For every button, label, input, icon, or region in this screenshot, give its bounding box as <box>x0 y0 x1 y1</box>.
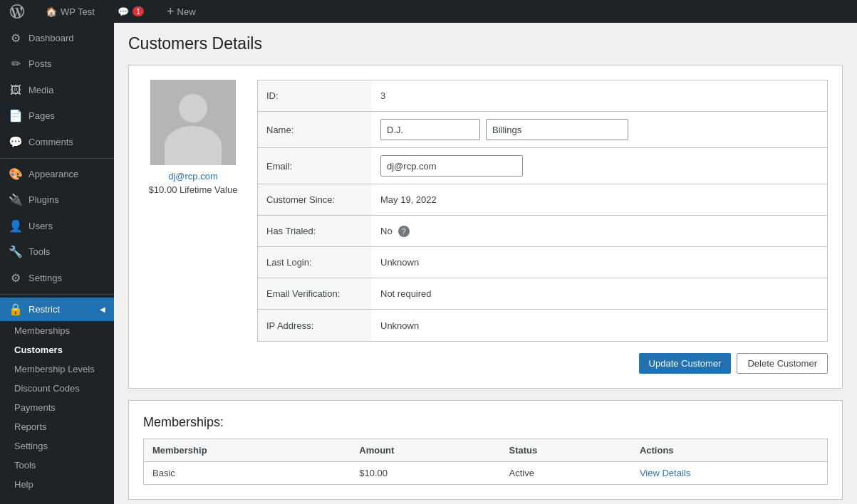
email-input[interactable] <box>380 155 523 177</box>
sidebar-label-comments: Comments <box>28 136 73 149</box>
sidebar-item-tools[interactable]: 🔧 Tools <box>0 239 114 265</box>
sidebar-label-plugins: Plugins <box>28 194 59 206</box>
adminbar-comments[interactable]: 💬 1 <box>112 0 150 23</box>
sidebar-label-tools: Tools <box>28 246 50 258</box>
submenu-item-discount-codes[interactable]: Discount Codes <box>0 379 114 398</box>
id-label: ID: <box>258 80 372 111</box>
name-value <box>372 112 827 147</box>
sidebar-label-settings: Settings <box>28 272 62 285</box>
action-buttons: Update Customer Delete Customer <box>143 353 828 374</box>
detail-row-name: Name: <box>258 112 827 148</box>
memberships-title: Memberships: <box>143 415 828 430</box>
sidebar-separator-2 <box>0 294 114 295</box>
main-content: Customers Details dj@rcp.com $10.00 Life… <box>114 23 857 504</box>
last-login-label: Last Login: <box>258 247 372 278</box>
customer-since-label: Customer Since: <box>258 184 372 215</box>
customer-detail-card: dj@rcp.com $10.00 Lifetime Value ID: 3 N… <box>128 65 843 389</box>
sidebar-label-media: Media <box>28 84 53 97</box>
submenu-item-memberships[interactable]: Memberships <box>0 321 114 340</box>
detail-row-customer-since: Customer Since: May 19, 2022 <box>258 184 827 216</box>
pages-icon: 📄 <box>9 108 23 124</box>
has-trialed-label: Has Trialed: <box>258 216 372 246</box>
first-name-input[interactable] <box>380 119 480 140</box>
sidebar-item-comments[interactable]: 💬 Comments <box>0 130 114 155</box>
adminbar-new[interactable]: + New <box>161 0 202 23</box>
sidebar-label-users: Users <box>28 220 53 233</box>
sidebar-item-appearance[interactable]: 🎨 Appearance <box>0 162 114 187</box>
admin-bar: 🏠 WP Test 💬 1 + New <box>0 0 857 23</box>
customer-top-section: dj@rcp.com $10.00 Lifetime Value ID: 3 N… <box>143 80 828 342</box>
email-label: Email: <box>258 148 372 184</box>
col-status: Status <box>501 439 631 462</box>
detail-row-ip-address: IP Address: Unknown <box>258 310 827 341</box>
sidebar-item-media[interactable]: 🖼 Media <box>0 78 114 103</box>
name-label: Name: <box>258 112 372 147</box>
adminbar-site[interactable]: 🏠 WP Test <box>40 0 100 23</box>
sidebar-item-pages[interactable]: 📄 Pages <box>0 103 114 129</box>
cell-amount: $10.00 <box>350 462 500 485</box>
sidebar-item-dashboard[interactable]: ⚙ Dashboard <box>0 26 114 51</box>
has-trialed-text: No <box>380 226 393 236</box>
sidebar-item-users[interactable]: 👤 Users <box>0 214 114 239</box>
avatar-email[interactable]: dj@rcp.com <box>168 171 218 182</box>
ip-address-label: IP Address: <box>258 310 372 341</box>
posts-icon: ✏ <box>9 56 23 72</box>
view-details-link[interactable]: View Details <box>640 468 690 478</box>
lock-icon: 🔒 <box>9 303 23 316</box>
adminbar-site-name: WP Test <box>61 6 95 17</box>
customer-since-value: May 19, 2022 <box>372 184 827 215</box>
sidebar-item-restrict[interactable]: 🔒 Restrict ◀ <box>0 298 114 321</box>
sidebar-label-posts: Posts <box>28 58 52 70</box>
detail-row-email: Email: <box>258 148 827 184</box>
submenu-item-help[interactable]: Help <box>0 475 114 494</box>
cell-actions: View Details <box>631 462 828 485</box>
settings-icon: ⚙ <box>9 271 23 286</box>
table-row: Basic $10.00 Active View Details <box>144 462 828 485</box>
submenu-item-membership-levels[interactable]: Membership Levels <box>0 359 114 379</box>
sidebar-label-appearance: Appearance <box>28 168 78 181</box>
wp-logo[interactable] <box>6 0 28 23</box>
cell-membership: Basic <box>144 462 351 485</box>
plus-icon: + <box>167 4 175 19</box>
email-value <box>372 148 827 184</box>
id-value: 3 <box>372 80 827 111</box>
memberships-section: Memberships: Membership Amount Status Ac… <box>128 400 843 500</box>
sidebar: ⚙ Dashboard ✏ Posts 🖼 Media 📄 Pages 💬 Co… <box>0 23 114 504</box>
detail-row-id: ID: 3 <box>258 80 827 112</box>
sidebar-separator-1 <box>0 158 114 159</box>
tools-icon: 🔧 <box>9 244 23 260</box>
appearance-icon: 🎨 <box>9 167 23 182</box>
detail-row-has-trialed: Has Trialed: No ? <box>258 216 827 247</box>
avatar <box>150 80 236 165</box>
cell-status: Active <box>501 462 631 485</box>
adminbar-site-icon: 🏠 <box>46 6 57 17</box>
submenu-item-customers[interactable]: Customers <box>0 340 114 359</box>
sidebar-item-settings[interactable]: ⚙ Settings <box>0 266 114 291</box>
submenu-item-payments[interactable]: Payments <box>0 398 114 417</box>
restrict-submenu: Memberships Customers Membership Levels … <box>0 321 114 494</box>
email-verification-label: Email Verification: <box>258 278 372 309</box>
submenu-item-restrict-settings[interactable]: Settings <box>0 436 114 456</box>
has-trialed-value: No ? <box>372 216 827 246</box>
sidebar-item-posts[interactable]: ✏ Posts <box>0 51 114 77</box>
help-icon[interactable]: ? <box>398 226 410 237</box>
page-title: Customers Details <box>128 34 843 53</box>
comment-count-badge: 1 <box>133 6 144 16</box>
update-customer-button[interactable]: Update Customer <box>639 353 732 374</box>
comments-icon: 💬 <box>9 135 23 150</box>
memberships-table: Membership Amount Status Actions Basic $… <box>143 439 828 485</box>
submenu-item-reports[interactable]: Reports <box>0 417 114 436</box>
delete-customer-button[interactable]: Delete Customer <box>737 353 828 374</box>
last-name-input[interactable] <box>486 119 628 140</box>
sidebar-item-plugins[interactable]: 🔌 Plugins <box>0 187 114 213</box>
plugins-icon: 🔌 <box>9 192 23 208</box>
sidebar-main-nav: ⚙ Dashboard ✏ Posts 🖼 Media 📄 Pages 💬 Co… <box>0 23 114 497</box>
detail-row-email-verification: Email Verification: Not required <box>258 278 827 310</box>
comment-icon: 💬 <box>118 6 129 17</box>
sidebar-label-pages: Pages <box>28 110 55 122</box>
users-icon: 👤 <box>9 219 23 234</box>
submenu-item-restrict-tools[interactable]: Tools <box>0 456 114 475</box>
ip-address-value: Unknown <box>372 310 827 341</box>
adminbar-new-label: New <box>177 6 196 17</box>
col-amount: Amount <box>350 439 500 462</box>
